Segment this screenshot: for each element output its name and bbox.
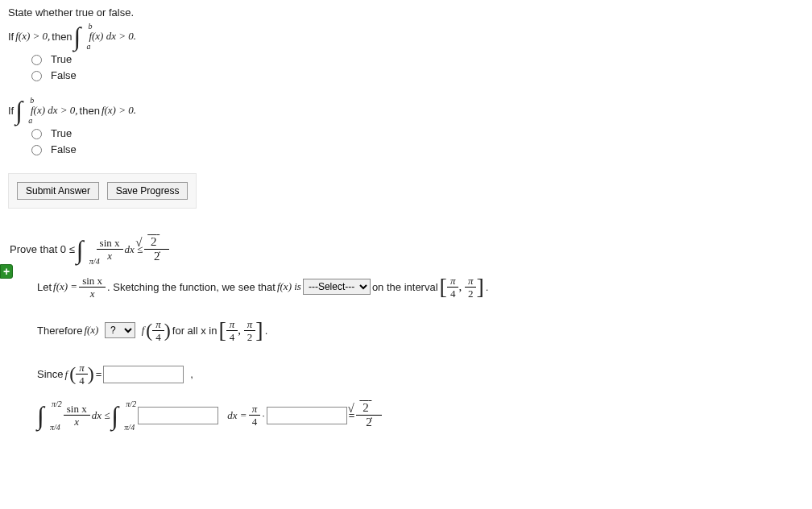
q1b-pre: If xyxy=(8,105,14,117)
q2-int1: ∫ π/4 xyxy=(77,237,84,263)
q2-pi4fd: 4 xyxy=(249,416,261,427)
q2-dxle2: dx ≤ xyxy=(92,409,110,422)
q2-answer-factor[interactable] xyxy=(267,407,347,424)
q2-pi4-2: π4 xyxy=(69,362,94,386)
q2-int2: ∫ π/2 π/4 xyxy=(37,403,44,428)
q2-half-den2: 2 xyxy=(356,416,381,428)
feedback-tab[interactable]: + xyxy=(0,264,13,279)
q2-period3: . xyxy=(265,325,268,337)
q1b-post: f(x) > 0. xyxy=(102,104,136,117)
q2-int2-pi4d: 4 xyxy=(226,331,238,342)
q2-select-compare[interactable]: ? xyxy=(105,322,135,338)
submit-answer-button[interactable]: Submit Answer xyxy=(17,182,99,200)
q2-sketch: . Sketching the function, we see that xyxy=(107,281,276,293)
q2-interval1: π4 , π2 xyxy=(440,274,484,300)
q2-dxeq: dx = xyxy=(227,409,246,422)
q1a-int-lb: a xyxy=(87,42,91,51)
q2-sqrt2-over-2-b: 2 √ 2 xyxy=(356,402,381,428)
q2-int1-pi2d: 2 xyxy=(465,288,477,299)
q1a-label-false[interactable]: False xyxy=(51,69,77,81)
q1b-integral: ∫ b a xyxy=(15,97,23,123)
q2-f2: f xyxy=(65,368,68,381)
q2-sqrt2-over-2: 2 √ 2 xyxy=(144,236,169,263)
q2-sinx-over-x-2: sin x x xyxy=(64,403,90,427)
q2-let-num: sin x xyxy=(79,275,106,288)
q2-int1-pi4n: π xyxy=(447,275,459,288)
q2-period2: . xyxy=(486,281,489,293)
q2-answer-fpi4[interactable] xyxy=(103,366,184,383)
q1b-int-ub: b xyxy=(30,96,34,105)
q1a-post: f(x) dx > 0. xyxy=(89,30,136,43)
q2-int3-lb: π/4 xyxy=(124,423,135,432)
button-row: Submit Answer Save Progress xyxy=(8,173,197,209)
q1b-radio-false[interactable] xyxy=(31,145,42,155)
q2-sinx-over-x: sin x x xyxy=(97,238,123,261)
q2-comma: , xyxy=(190,368,193,380)
q2-sinx-num: sin x xyxy=(97,238,123,250)
q2-on-interval: on the interval xyxy=(372,281,438,293)
q1a-integral: ∫ b a xyxy=(74,23,81,49)
q2-pi4-2n: π xyxy=(76,362,88,375)
q2-sx2n: sin x xyxy=(64,403,90,416)
q2-sqrt-arg2: 2 xyxy=(362,401,369,414)
q2-pi4-2d: 4 xyxy=(76,375,88,386)
q2-x-den: x xyxy=(97,250,123,261)
q2-int2-pi4n: π xyxy=(226,319,238,331)
q1b-then: then xyxy=(80,105,100,117)
q2-dot: · xyxy=(262,409,265,421)
q2-pi4-1d: 4 xyxy=(152,331,164,342)
q1b-radio-true[interactable] xyxy=(31,129,42,139)
q2-interval2: π4 , π2 xyxy=(218,317,263,343)
q1b-label-false[interactable]: False xyxy=(51,143,77,155)
q2-eq: = xyxy=(96,368,102,380)
q1a-label-true[interactable]: True xyxy=(51,53,72,65)
q2-let-fx: f(x) = xyxy=(53,280,77,293)
q2-let-pre: Let xyxy=(37,281,52,293)
q2-prove-pre: Prove that 0 ≤ xyxy=(10,243,75,255)
q2-sqrt-arg: 2 xyxy=(151,235,157,248)
q2-int2-pi2d: 2 xyxy=(244,331,256,342)
q1a-radio-true[interactable] xyxy=(31,55,42,65)
q1b-cond: f(x) dx > 0, xyxy=(31,104,78,117)
q1-prompt: State whether true or false. xyxy=(8,6,804,19)
save-progress-button[interactable]: Save Progress xyxy=(107,182,188,200)
q2-half-den: 2 xyxy=(144,250,169,263)
q2-int1-pi4d: 4 xyxy=(447,288,459,299)
q1a-radio-false[interactable] xyxy=(31,71,42,81)
q2-int2-ub: π/2 xyxy=(52,399,62,408)
q2-pi4frac: π 4 xyxy=(249,403,261,427)
q2-pi4-1n: π xyxy=(152,319,164,331)
q1a-then: then xyxy=(52,31,72,43)
q2-let-frac: sin x x xyxy=(79,275,106,299)
q2-let-den: x xyxy=(79,288,106,299)
q2-period4: . xyxy=(371,409,374,421)
q2-sx2d: x xyxy=(64,416,90,427)
q2-answer-integrand[interactable] xyxy=(138,407,218,424)
q2-f: f xyxy=(142,324,145,337)
q1a-cond: f(x) > 0, xyxy=(15,30,50,43)
q2-therefore: Therefore xyxy=(37,325,82,337)
q2-fxis: f(x) is xyxy=(277,280,301,293)
q2-fx2: f(x) xyxy=(84,324,98,337)
q2-int3: ∫ π/2 π/4 xyxy=(111,403,118,428)
q1b-label-true[interactable]: True xyxy=(51,127,72,139)
q2-since: Since xyxy=(37,368,64,380)
q2-int3-ub: π/2 xyxy=(126,399,136,408)
q1a-pre: If xyxy=(8,31,14,43)
q2-int1-pi2n: π xyxy=(465,275,477,288)
q2-pi4-1: π4 xyxy=(146,319,171,342)
q1b-int-lb: a xyxy=(28,116,32,125)
q2-int1-lb: π/4 xyxy=(89,257,100,266)
q2-forall: for all x in xyxy=(172,325,218,337)
q2-period: . xyxy=(158,243,161,255)
q2-int2-pi2n: π xyxy=(244,319,256,331)
q2-select-behavior[interactable]: ---Select--- xyxy=(303,279,371,295)
q2-pi4fn: π xyxy=(249,403,261,416)
q2-int2-lb: π/4 xyxy=(50,423,60,432)
q1a-int-ub: b xyxy=(89,22,93,31)
